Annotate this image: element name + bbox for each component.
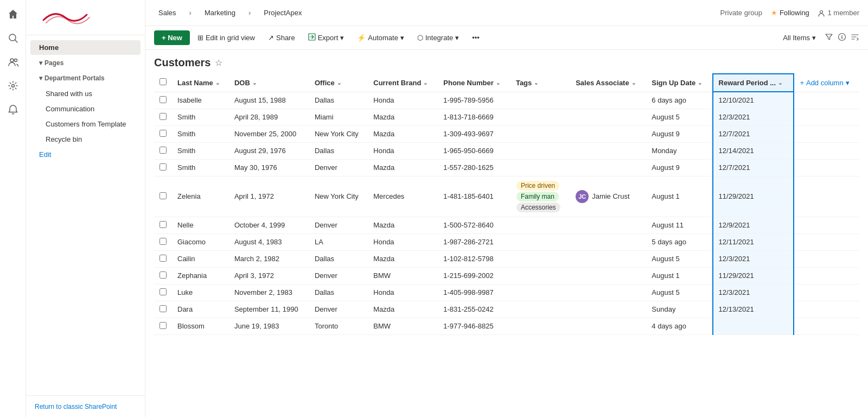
integrate-button[interactable]: ⬡ Integrate ▾ <box>412 31 464 45</box>
cell-sales-associate <box>570 250 646 267</box>
sidebar-item-recycle[interactable]: Recycle bin <box>30 132 141 147</box>
row-checkbox[interactable] <box>159 322 167 329</box>
nav-rail <box>0 0 26 417</box>
cell-last-name[interactable]: Zelenia <box>172 176 229 217</box>
following-button[interactable]: ★ Following <box>771 9 809 17</box>
row-checkbox[interactable] <box>159 288 167 295</box>
breadcrumb-sales[interactable]: Sales <box>154 7 181 19</box>
row-checkbox[interactable] <box>159 192 167 199</box>
tag-badge: Price driven <box>516 181 559 191</box>
cell-office: Denver <box>309 159 368 176</box>
cell-add-column <box>794 318 859 334</box>
edit-columns-icon[interactable] <box>851 33 859 43</box>
nav-bell-icon[interactable] <box>3 100 23 119</box>
all-items-dropdown[interactable]: All Items ▾ <box>778 31 820 44</box>
cell-sales-associate <box>570 142 646 159</box>
cell-add-column <box>794 301 859 318</box>
cell-dob: October 4, 1999 <box>229 217 309 233</box>
commandbar: + New ⊞ Edit in grid view ↗ Share Export… <box>145 26 868 50</box>
cell-last-name[interactable]: Giacomo <box>172 233 229 250</box>
new-button[interactable]: + New <box>154 30 190 45</box>
sidebar-item-customers-template[interactable]: Customers from Template <box>30 117 141 131</box>
table-row: SmithAugust 29, 1976DallasHonda1-965-950… <box>154 142 859 159</box>
breadcrumb-marketing[interactable]: Marketing <box>200 7 240 19</box>
cell-reward-period: 12/13/2021 <box>713 301 794 318</box>
cell-last-name[interactable]: Blossom <box>172 318 229 334</box>
table-row: IsabelleAugust 15, 1988DallasHonda1-995-… <box>154 92 859 109</box>
cell-dob: April 1, 1972 <box>229 176 309 217</box>
nav-people-icon[interactable] <box>3 52 23 72</box>
cell-current-brand: Mazda <box>368 301 438 318</box>
nav-home-icon[interactable] <box>3 4 23 24</box>
cell-phone: 1-481-185-6401 <box>438 176 510 217</box>
sidebar-edit-link[interactable]: Edit <box>30 147 141 162</box>
sort-icon-office: ⌄ <box>337 80 341 86</box>
favorite-star-icon[interactable]: ☆ <box>215 58 222 68</box>
cell-add-column <box>794 267 859 284</box>
row-checkbox[interactable] <box>159 130 167 137</box>
row-checkbox[interactable] <box>159 147 167 154</box>
row-checkbox[interactable] <box>159 255 167 262</box>
cell-tags <box>510 109 570 125</box>
cell-office: Miami <box>309 109 368 125</box>
cell-sign-up-date: August 5 <box>646 284 712 301</box>
table-row: SmithNovember 25, 2000New York CityMazda… <box>154 125 859 142</box>
cell-reward-period: 12/3/2021 <box>713 284 794 301</box>
more-button[interactable]: ••• <box>467 31 485 45</box>
cell-reward-period: 11/29/2021 <box>713 176 794 217</box>
row-checkbox[interactable] <box>159 113 167 120</box>
cell-last-name[interactable]: Dara <box>172 301 229 318</box>
sidebar-section-pages[interactable]: ▾ Pages <box>30 56 141 70</box>
cell-phone: 1-831-255-0242 <box>438 301 510 318</box>
table-header-row: Last Name ⌄ DOB ⌄ Office ⌄ <box>154 74 859 92</box>
cell-add-column <box>794 142 859 159</box>
cell-reward-period: 12/7/2021 <box>713 125 794 142</box>
cell-last-name[interactable]: Cailin <box>172 250 229 267</box>
row-checkbox[interactable] <box>159 305 167 312</box>
tag-badge: Family man <box>516 192 559 201</box>
row-checkbox[interactable] <box>159 271 167 279</box>
info-icon[interactable] <box>838 33 846 43</box>
cell-current-brand: Honda <box>368 142 438 159</box>
nav-settings-icon[interactable] <box>3 76 23 96</box>
sidebar-item-shared[interactable]: Shared with us <box>30 86 141 101</box>
row-checkbox[interactable] <box>159 238 167 245</box>
cell-phone: 1-813-718-6669 <box>438 109 510 125</box>
cell-last-name[interactable]: Smith <box>172 109 229 125</box>
breadcrumb-projectapex[interactable]: ProjectApex <box>259 7 306 19</box>
row-checkbox[interactable] <box>159 163 167 170</box>
table-row: CailinMarch 2, 1982DallasMazda1-102-812-… <box>154 250 859 267</box>
cell-office: LA <box>309 233 368 250</box>
cell-reward-period: 12/14/2021 <box>713 142 794 159</box>
sidebar-section-department[interactable]: ▾ Department Portals <box>30 71 141 85</box>
cell-last-name[interactable]: Smith <box>172 142 229 159</box>
cell-last-name[interactable]: Smith <box>172 125 229 142</box>
sidebar-item-home[interactable]: Home <box>30 40 141 55</box>
cell-last-name[interactable]: Nelle <box>172 217 229 233</box>
th-add-column: + Add column ▾ <box>794 74 859 92</box>
cell-phone: 1-987-286-2721 <box>438 233 510 250</box>
select-all-checkbox[interactable] <box>159 78 167 85</box>
row-checkbox[interactable] <box>159 96 167 103</box>
automate-button[interactable]: ⚡ Automate ▾ <box>352 31 410 45</box>
table-row: SmithApril 28, 1989MiamiMazda1-813-718-6… <box>154 109 859 125</box>
sort-icon-tags: ⌄ <box>534 80 538 86</box>
cell-last-name[interactable]: Isabelle <box>172 92 229 109</box>
th-last-name: Last Name ⌄ <box>172 74 229 92</box>
nav-search-icon[interactable] <box>3 28 23 48</box>
filter-icon[interactable] <box>825 33 833 43</box>
row-checkbox[interactable] <box>159 221 167 228</box>
cell-last-name[interactable]: Zephania <box>172 267 229 284</box>
classic-sharepoint-link[interactable]: Return to classic SharePoint <box>35 403 117 410</box>
export-button[interactable]: Export ▾ <box>303 30 350 45</box>
cell-last-name[interactable]: Smith <box>172 159 229 176</box>
add-column-button[interactable]: + Add column ▾ <box>800 79 854 87</box>
cell-sales-associate <box>570 109 646 125</box>
cell-sign-up-date: August 1 <box>646 176 712 217</box>
edit-grid-view-button[interactable]: ⊞ Edit in grid view <box>192 31 260 45</box>
sidebar-item-communication[interactable]: Communication <box>30 102 141 116</box>
cell-sales-associate <box>570 159 646 176</box>
cell-phone: 1-309-493-9697 <box>438 125 510 142</box>
cell-last-name[interactable]: Luke <box>172 284 229 301</box>
share-button[interactable]: ↗ Share <box>263 31 301 45</box>
